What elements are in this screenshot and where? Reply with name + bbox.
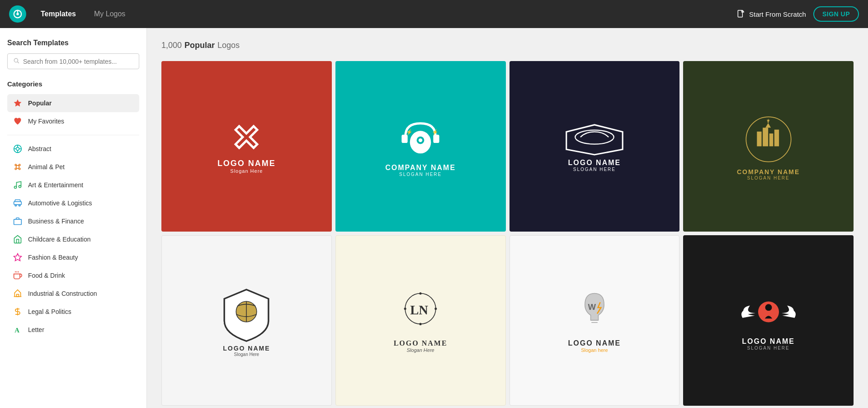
search-title: Search Templates xyxy=(7,39,139,47)
sidebar-item-art[interactable]: Art & Entertainment xyxy=(7,176,139,194)
automotive-icon xyxy=(13,198,23,208)
svg-text:A: A xyxy=(14,327,19,334)
sidebar-item-legal-label: Legal & Politics xyxy=(28,308,71,315)
svg-text:LN: LN xyxy=(410,303,428,317)
start-from-scratch-button[interactable]: Start From Scratch xyxy=(736,9,806,19)
header-left: Templates My Logos xyxy=(9,5,129,23)
sidebar: Search Templates Categories Popular xyxy=(0,28,147,408)
card-6-icon: LN xyxy=(396,288,445,337)
main-layout: Search Templates Categories Popular xyxy=(0,28,868,408)
categories-title: Categories xyxy=(7,80,139,88)
sidebar-item-fashion-label: Fashion & Beauty xyxy=(28,254,78,261)
svg-point-49 xyxy=(420,323,422,325)
sidebar-item-childcare[interactable]: Childcare & Education xyxy=(7,230,139,248)
search-input[interactable] xyxy=(23,58,133,65)
sidebar-item-popular[interactable]: Popular xyxy=(7,94,139,112)
legal-icon xyxy=(13,307,23,317)
svg-point-13 xyxy=(19,164,20,166)
sidebar-item-abstract-label: Abstract xyxy=(28,145,51,152)
sidebar-item-childcare-label: Childcare & Education xyxy=(28,236,91,243)
sidebar-item-animal-label: Animal & Pet xyxy=(28,163,65,171)
divider-1 xyxy=(7,135,139,135)
svg-marker-6 xyxy=(14,100,22,107)
template-card-3[interactable]: LOGO NAME SLOGAN HERE xyxy=(509,61,680,232)
svg-marker-36 xyxy=(566,125,623,155)
svg-rect-26 xyxy=(17,294,19,297)
main-header: Templates My Logos Start From Scratch SI… xyxy=(0,0,868,28)
card-8-inner: LOGO NAME SLOGAN HERE xyxy=(731,285,806,356)
svg-line-5 xyxy=(18,62,19,63)
sidebar-item-favorites-label: My Favorites xyxy=(28,118,64,125)
card-3-icon xyxy=(563,121,626,157)
svg-point-50 xyxy=(404,308,406,310)
sidebar-item-fashion[interactable]: Fashion & Beauty xyxy=(7,248,139,266)
nav-templates[interactable]: Templates xyxy=(37,8,80,20)
card-2-inner: ⚡ ⚡ COMPANY NAME SLOGAN HERE xyxy=(380,110,461,182)
sidebar-item-legal[interactable]: Legal & Politics xyxy=(7,303,139,321)
card-4-icon xyxy=(741,112,796,166)
industrial-icon xyxy=(13,289,23,299)
sidebar-item-automotive[interactable]: Automotive & Logistics xyxy=(7,194,139,212)
sidebar-item-letter[interactable]: A Letter xyxy=(7,321,139,339)
svg-point-14 xyxy=(15,168,16,170)
card-2-icon: ⚡ ⚡ xyxy=(398,116,443,161)
svg-text:⚡: ⚡ xyxy=(406,129,413,135)
sidebar-item-art-label: Art & Entertainment xyxy=(28,181,83,189)
template-card-2[interactable]: ⚡ ⚡ COMPANY NAME SLOGAN HERE xyxy=(335,61,506,232)
svg-point-33 xyxy=(419,138,422,142)
svg-point-1 xyxy=(16,13,19,15)
content-subtitle: Logos xyxy=(217,41,240,50)
sidebar-item-favorites[interactable]: My Favorites xyxy=(7,112,139,130)
sidebar-item-letter-label: Letter xyxy=(28,326,44,333)
svg-rect-29 xyxy=(401,135,407,143)
header-right: Start From Scratch SIGN UP xyxy=(736,6,859,22)
business-icon xyxy=(13,216,23,226)
nav-mylogos[interactable]: My Logos xyxy=(90,8,129,20)
svg-point-20 xyxy=(19,204,20,206)
svg-rect-39 xyxy=(757,132,761,147)
search-icon xyxy=(13,57,19,65)
svg-point-19 xyxy=(15,204,16,206)
sidebar-item-animal[interactable]: Animal & Pet xyxy=(7,158,139,176)
svg-point-51 xyxy=(434,308,437,310)
logo-grid: LOGO NAME Slogan Here xyxy=(161,61,854,406)
sidebar-item-food[interactable]: Food & Drink xyxy=(7,266,139,285)
sidebar-item-abstract[interactable]: Abstract xyxy=(7,140,139,158)
art-icon xyxy=(13,180,23,190)
template-card-5[interactable]: LOGO NAME Slogan Here xyxy=(161,235,332,406)
svg-point-12 xyxy=(15,164,16,166)
sign-up-button[interactable]: SIGN UP xyxy=(813,6,859,22)
template-card-4[interactable]: COMPANY NAME SLOGAN HERE xyxy=(683,61,854,232)
svg-point-15 xyxy=(19,168,20,170)
svg-point-16 xyxy=(14,186,17,189)
template-card-1[interactable]: LOGO NAME Slogan Here xyxy=(161,61,332,232)
start-from-scratch-label: Start From Scratch xyxy=(749,10,806,18)
app-logo[interactable] xyxy=(9,5,26,23)
card-5-inner: LOGO NAME Slogan Here xyxy=(212,279,281,362)
svg-rect-21 xyxy=(14,219,22,225)
svg-point-48 xyxy=(420,292,422,294)
card-1-inner: LOGO NAME Slogan Here xyxy=(212,114,281,179)
template-card-8[interactable]: LOGO NAME SLOGAN HERE xyxy=(683,235,854,406)
sidebar-item-industrial-label: Industrial & Construction xyxy=(28,290,97,297)
sidebar-item-business-label: Business & Finance xyxy=(28,218,84,225)
sidebar-item-industrial[interactable]: Industrial & Construction xyxy=(7,285,139,303)
template-card-7[interactable]: W LOGO NAME Slogan here xyxy=(509,235,680,406)
sidebar-item-business[interactable]: Business & Finance xyxy=(7,212,139,230)
results-count: 1,000 xyxy=(161,41,182,50)
abstract-icon xyxy=(13,144,23,154)
svg-rect-41 xyxy=(769,133,773,146)
template-card-6[interactable]: LN LOGO NAME Slogan Here xyxy=(335,235,506,406)
search-box[interactable] xyxy=(7,53,139,69)
svg-point-11 xyxy=(16,166,19,169)
card-1-icon xyxy=(228,119,264,155)
svg-rect-42 xyxy=(774,129,778,146)
animal-icon xyxy=(13,162,23,172)
svg-rect-40 xyxy=(763,128,768,146)
document-icon xyxy=(736,9,745,19)
svg-rect-30 xyxy=(433,135,439,143)
svg-point-4 xyxy=(14,58,18,62)
svg-point-57 xyxy=(765,304,772,311)
food-icon xyxy=(13,270,23,280)
fashion-icon xyxy=(13,252,23,262)
